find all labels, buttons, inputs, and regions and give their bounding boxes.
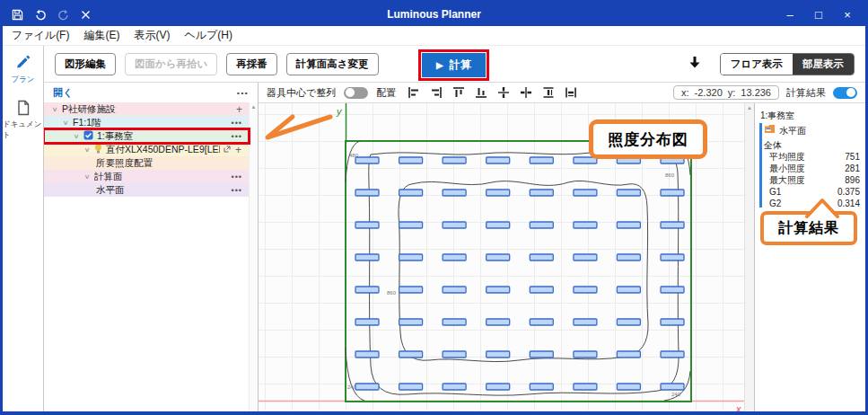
calculate-button[interactable]: ▶計算 (422, 53, 486, 77)
luminaire[interactable] (487, 157, 510, 163)
luminaire[interactable] (530, 351, 553, 358)
import-down-arrow-button[interactable] (688, 55, 702, 73)
luminaire[interactable] (661, 222, 684, 228)
align-bottom-icon[interactable] (475, 86, 487, 99)
tree-item-required-illuminance[interactable]: 所要照度配置 (44, 156, 249, 170)
add-button[interactable]: + (235, 144, 242, 156)
chevron-down-icon[interactable]: ∨ (83, 172, 92, 181)
luminaire[interactable] (530, 190, 553, 196)
luminaire[interactable] (443, 287, 466, 293)
align-fixture-center-toggle[interactable] (344, 87, 368, 99)
luminaire[interactable] (487, 254, 510, 260)
luminaire[interactable] (487, 351, 510, 358)
luminaire[interactable] (530, 319, 553, 325)
luminaire[interactable] (617, 351, 640, 358)
luminaire[interactable] (574, 384, 597, 390)
tree-item-floor[interactable]: ∨ F1:1階 ••• (44, 116, 249, 129)
luminaire[interactable] (574, 319, 597, 325)
luminaire[interactable] (443, 222, 466, 228)
luminaire[interactable] (399, 157, 423, 163)
close-document-icon[interactable] (81, 10, 91, 20)
results-surface-row[interactable]: 水平面 (764, 124, 865, 137)
shape-edit-button[interactable]: 図形編集 (55, 53, 116, 75)
luminaire[interactable] (617, 287, 640, 293)
scroll-up-icon[interactable]: ▲ (745, 103, 754, 112)
calc-plane-height-button[interactable]: 計算面高さ変更 (286, 53, 379, 75)
luminaire[interactable] (443, 319, 466, 325)
tree-scrollbar[interactable]: ▲ (249, 102, 258, 411)
luminaire[interactable] (617, 222, 640, 228)
luminaire[interactable] (399, 351, 423, 358)
item-menu-dots[interactable]: ••• (232, 132, 249, 141)
chevron-down-icon[interactable]: ∨ (50, 105, 59, 113)
room-boundary[interactable] (346, 141, 691, 402)
luminaire[interactable] (487, 287, 510, 293)
tree-item-office-room[interactable]: ∨ 1:事務室 ••• (44, 129, 249, 143)
align-center-vertical-icon[interactable] (497, 86, 510, 99)
luminaire[interactable] (617, 384, 640, 390)
luminaire[interactable] (487, 384, 510, 390)
luminaire[interactable] (661, 351, 684, 358)
luminaire[interactable] (574, 222, 597, 228)
minimize-button[interactable]: – (777, 4, 802, 24)
align-left-icon[interactable] (408, 86, 420, 99)
renumber-button[interactable]: 再採番 (226, 53, 277, 75)
distribute-vertical-icon[interactable] (542, 86, 555, 99)
luminaire[interactable] (530, 254, 553, 260)
floor-view-button[interactable]: フロア表示 (721, 54, 793, 75)
luminaire[interactable] (443, 351, 466, 358)
luminaire[interactable] (487, 222, 510, 228)
luminaire[interactable] (487, 190, 510, 196)
luminaire[interactable] (399, 222, 423, 228)
tree-item-horizontal-plane[interactable]: 水平面 ••• (44, 183, 249, 197)
luminaire[interactable] (443, 384, 466, 390)
checked-checkbox-icon[interactable] (83, 130, 93, 142)
maximize-button[interactable]: □ (806, 4, 831, 24)
align-top-icon[interactable] (452, 86, 465, 99)
chevron-down-icon[interactable]: ∨ (83, 146, 92, 154)
calc-result-toggle[interactable] (833, 87, 857, 99)
repick-from-drawing-button[interactable]: 図面から再拾い (125, 53, 217, 75)
align-right-icon[interactable] (430, 86, 443, 99)
luminaire[interactable] (574, 190, 597, 196)
sidebar-item-plan[interactable]: プラン (11, 55, 34, 85)
luminaire[interactable] (530, 222, 553, 228)
luminaire[interactable] (355, 222, 379, 228)
luminaire[interactable] (399, 190, 423, 196)
luminaire[interactable] (617, 190, 640, 196)
luminaire[interactable] (355, 157, 379, 163)
luminaire[interactable] (530, 384, 553, 390)
align-center-horizontal-icon[interactable] (520, 86, 532, 99)
luminaire[interactable] (574, 287, 597, 293)
luminaire[interactable] (617, 319, 640, 325)
canvas-scrollbar[interactable]: ▲ (744, 103, 754, 411)
menu-edit[interactable]: 編集(E) (83, 28, 119, 43)
luminaire[interactable] (355, 319, 379, 325)
menu-file[interactable]: ファイル(F) (12, 28, 69, 43)
tree-item-luminaire[interactable]: ∨ 直付XLX450DENP-LE9[LED5000_ + (44, 143, 249, 156)
luminaire[interactable] (574, 254, 597, 260)
luminaire[interactable] (661, 287, 684, 293)
menu-help[interactable]: ヘルプ(H) (184, 28, 232, 43)
save-icon[interactable] (12, 9, 23, 21)
sidebar-item-document[interactable]: ドキュメント (3, 100, 43, 141)
distribute-horizontal-icon[interactable] (565, 86, 577, 99)
luminaire[interactable] (355, 190, 379, 196)
luminaire[interactable] (530, 157, 553, 163)
undo-icon[interactable] (34, 9, 47, 21)
tree-item-calc-plane[interactable]: ∨ 計算面 ••• (44, 170, 249, 183)
tree-item-facility[interactable]: ∨ P社研修施設 + (44, 102, 249, 116)
luminaire[interactable] (399, 384, 423, 390)
luminaire[interactable] (355, 384, 379, 390)
luminaire[interactable] (355, 287, 379, 293)
luminaire[interactable] (399, 287, 423, 293)
luminaire[interactable] (399, 254, 423, 260)
chevron-down-icon[interactable]: ∨ (61, 119, 70, 127)
luminaire[interactable] (355, 351, 379, 358)
luminaire[interactable] (661, 254, 684, 260)
menu-view[interactable]: 表示(V) (134, 28, 170, 43)
item-menu-dots[interactable]: ••• (232, 119, 249, 128)
redo-icon[interactable] (57, 9, 70, 21)
luminaire[interactable] (487, 319, 510, 325)
luminaire[interactable] (661, 190, 684, 196)
